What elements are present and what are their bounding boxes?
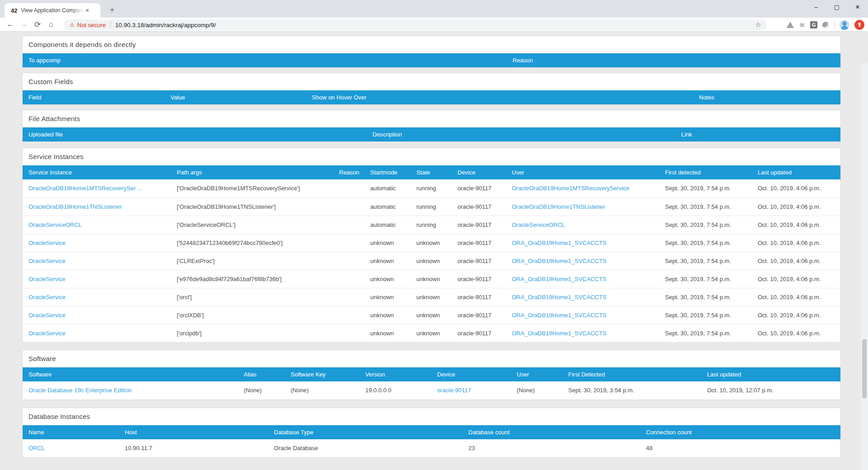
cell-text: automatic: [370, 216, 396, 234]
cell-text: Oct. 10, 2019, 4:06 p.m.: [758, 252, 821, 270]
cell-text: (None): [291, 381, 309, 400]
minimize-icon[interactable]: –: [806, 0, 826, 15]
cell-text: unknown: [370, 270, 394, 288]
cell-link[interactable]: ORCL: [28, 439, 45, 457]
cell-text: ['CLRExtProc']: [177, 252, 215, 270]
cell-link[interactable]: oracle-90117: [437, 381, 471, 400]
cell-link[interactable]: ORA_OraDB19Home1_SVCACCTS: [512, 306, 607, 324]
cell-text: oracle-90117: [458, 216, 491, 234]
address-bar[interactable]: ⚠ Not secure 10.90.3.18/admin/rackraj/ap…: [63, 19, 767, 30]
cell-text: unknown: [370, 252, 394, 270]
cell-text: Oct. 10, 2019, 4:06 p.m.: [758, 306, 821, 324]
drive-extension-icon[interactable]: [784, 19, 796, 31]
column-header: Value: [170, 90, 185, 104]
forward-icon[interactable]: →: [17, 20, 31, 29]
file-attachments-card: File Attachments Uploaded fileDescriptio…: [22, 110, 841, 142]
circle-extension-icon[interactable]: [820, 19, 831, 31]
column-header: Software Key: [291, 367, 326, 381]
table-header: Uploaded fileDescriptionLink: [23, 127, 840, 141]
cell-text: (None): [517, 381, 535, 400]
table-header: Service InstancePath argsReasonStartmode…: [23, 165, 840, 179]
cell-link[interactable]: OracleOraDB19Home1TNSListener: [28, 198, 122, 216]
cell-link[interactable]: ORA_OraDB19Home1_SVCACCTS: [512, 270, 607, 288]
not-secure-warning-icon[interactable]: ⚠: [70, 22, 75, 28]
cell-text: Sept. 30, 2019, 7:54 p.m.: [665, 288, 731, 306]
page-scrollbar[interactable]: [861, 63, 868, 470]
red-extension-icon[interactable]: ⬆: [854, 20, 864, 30]
cell-link[interactable]: OracleServiceORCL: [28, 216, 82, 234]
cell-text: Sept. 30, 2019, 7:54 p.m.: [665, 179, 731, 197]
column-header: Reason: [339, 165, 359, 179]
cell-text: unknown: [416, 288, 440, 306]
cell-text: Sept. 30, 2019, 7:54 p.m.: [665, 306, 731, 324]
cell-link[interactable]: OracleService: [28, 288, 66, 306]
g-extension-icon[interactable]: G: [808, 19, 820, 31]
reload-icon[interactable]: ⟳: [31, 20, 44, 29]
cell-text: running: [416, 179, 436, 197]
cell-text: oracle-90117: [458, 198, 491, 216]
mail-extension-icon[interactable]: ✉: [796, 19, 808, 31]
cell-link[interactable]: OracleService: [28, 252, 66, 270]
cell-link[interactable]: ORA_OraDB19Home1_SVCACCTS: [512, 288, 607, 306]
cell-link[interactable]: OracleService: [28, 270, 66, 288]
cell-text: Oct. 10, 2019, 4:06 p.m.: [758, 270, 821, 288]
tab-close-icon[interactable]: ✕: [85, 8, 89, 14]
cell-text: ['OracleOraDB19Home1MTSRecoveryService']: [177, 179, 300, 197]
cell-link[interactable]: ORA_OraDB19Home1_SVCACCTS: [512, 234, 607, 252]
home-icon[interactable]: ⌂: [44, 20, 58, 29]
cell-link[interactable]: OracleService: [28, 234, 66, 252]
service-instances-card: Service Instances Service InstancePath a…: [22, 148, 841, 343]
cell-text: Sept. 30, 2019, 7:54 p.m.: [665, 198, 731, 216]
table-row: Oracle Database 19c Enterprise Edition(N…: [23, 381, 840, 400]
column-header: Path args: [177, 165, 202, 179]
column-header: Field: [28, 90, 41, 104]
cell-link[interactable]: OracleOraDB19Home1TNSListener: [512, 198, 605, 216]
not-secure-label[interactable]: Not secure: [77, 22, 106, 28]
cell-link[interactable]: ORA_OraDB19Home1_SVCACCTS: [512, 324, 607, 343]
section-title: File Attachments: [23, 110, 840, 127]
cell-link[interactable]: ORA_OraDB19Home1_SVCACCTS: [512, 252, 607, 270]
column-header: Last updated: [707, 367, 741, 381]
close-icon[interactable]: ✕: [847, 0, 868, 15]
table-header: To appcompReason: [23, 53, 840, 67]
back-icon[interactable]: ←: [4, 20, 17, 29]
cell-link[interactable]: OracleServiceORCL: [512, 216, 565, 234]
column-header: To appcomp: [28, 53, 61, 67]
software-card: Software SoftwareAliasSoftware KeyVersio…: [22, 350, 841, 400]
cell-link[interactable]: OracleOraDB19Home1MTSRecoverySer ...: [28, 179, 142, 197]
cell-text: running: [416, 198, 436, 216]
cell-text: unknown: [416, 234, 440, 252]
cell-text: unknown: [416, 324, 440, 343]
cell-link[interactable]: Oracle Database 19c Enterprise Edition: [28, 381, 132, 400]
cell-text: ['52448234712340b69f274bcc790ecfe0']: [177, 234, 283, 252]
profile-avatar[interactable]: [840, 20, 849, 30]
column-header: First Detected: [568, 367, 605, 381]
url-text[interactable]: 10.90.3.18/admin/rackraj/appcomp/9/: [115, 22, 216, 28]
cell-text: unknown: [416, 306, 440, 324]
cell-link[interactable]: OracleService: [28, 324, 66, 343]
cell-text: ['e976de9ad8c84f729a61baf76f8b736b']: [177, 270, 282, 288]
cell-text: Sept. 30, 2019, 3:54 p.m.: [568, 381, 634, 400]
cell-text: 19.0.0.0.0: [365, 381, 392, 400]
scrollbar-thumb[interactable]: [862, 339, 867, 399]
maximize-icon[interactable]: ▢: [826, 0, 847, 15]
column-header: Last updated: [758, 165, 792, 179]
new-tab-button[interactable]: +: [106, 4, 118, 17]
toolbar-divider: [834, 21, 835, 29]
browser-tab[interactable]: 42 View Application Component - C ✕: [5, 3, 100, 18]
column-header: Service Instance: [28, 165, 72, 179]
cell-link[interactable]: OracleService: [28, 306, 66, 324]
cell-link[interactable]: OracleOraDB19Home1MTSRecoveryService: [512, 179, 629, 197]
cell-text: 10.90.11.7: [125, 439, 152, 457]
column-header: Version: [365, 367, 385, 381]
column-header: Notes: [699, 90, 714, 104]
cell-text: Oracle Database: [274, 439, 318, 457]
tab-favicon: 42: [11, 7, 17, 14]
table-row: OracleService['orcl']unknownunknownoracl…: [23, 288, 840, 306]
bookmark-star-icon[interactable]: ☆: [755, 21, 761, 29]
cell-text: unknown: [370, 288, 394, 306]
cell-text: unknown: [416, 252, 440, 270]
table-header: NameHostDatabase TypeDatabase countConne…: [23, 425, 840, 439]
cell-text: Oct. 10, 2019, 4:06 p.m.: [758, 324, 821, 343]
cell-text: ['orclXDB']: [177, 306, 204, 324]
